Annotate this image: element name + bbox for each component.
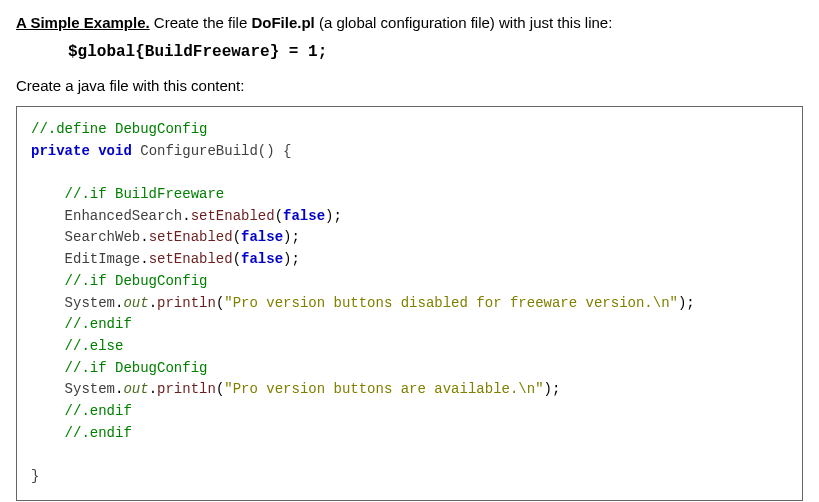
code-line: //.if BuildFreeware <box>65 186 225 202</box>
code-member: out <box>123 381 148 397</box>
intro-filename: DoFile.pl <box>251 14 314 31</box>
code-member: out <box>123 295 148 311</box>
code-line: //.endif <box>65 316 132 332</box>
code-call: println <box>157 381 216 397</box>
code-text: } <box>31 468 39 484</box>
code-text: EnhancedSearch <box>65 208 183 224</box>
intro-lead: A Simple Example. <box>16 14 150 31</box>
code-keyword: void <box>98 143 132 159</box>
code-keyword: private <box>31 143 90 159</box>
code-line: //.endif <box>65 425 132 441</box>
code-text: System <box>65 295 115 311</box>
code-line: //.define DebugConfig <box>31 121 207 137</box>
intro-tail: (a global configuration file) with just … <box>315 14 613 31</box>
code-text: ConfigureBuild() { <box>140 143 291 159</box>
code-keyword: false <box>241 251 283 267</box>
code-call: println <box>157 295 216 311</box>
code-keyword: false <box>241 229 283 245</box>
code-line: //.else <box>65 338 124 354</box>
code-call: setEnabled <box>191 208 275 224</box>
code-line: //.if DebugConfig <box>65 360 208 376</box>
code-string: "Pro version buttons disabled for freewa… <box>224 295 678 311</box>
code-text: EditImage <box>65 251 141 267</box>
code-keyword: false <box>283 208 325 224</box>
second-intro: Create a java file with this content: <box>16 75 803 96</box>
config-code-line: $global{BuildFreeware} = 1; <box>68 43 803 61</box>
java-code-block: //.define DebugConfig private void Confi… <box>16 106 803 501</box>
code-text: SearchWeb <box>65 229 141 245</box>
intro-rest: Create the file <box>150 14 252 31</box>
code-line: //.if DebugConfig <box>65 273 208 289</box>
intro-paragraph: A Simple Example. Create the file DoFile… <box>16 12 803 33</box>
code-text: System <box>65 381 115 397</box>
code-call: setEnabled <box>149 251 233 267</box>
code-string: "Pro version buttons are available.\n" <box>224 381 543 397</box>
code-line: //.endif <box>65 403 132 419</box>
code-call: setEnabled <box>149 229 233 245</box>
